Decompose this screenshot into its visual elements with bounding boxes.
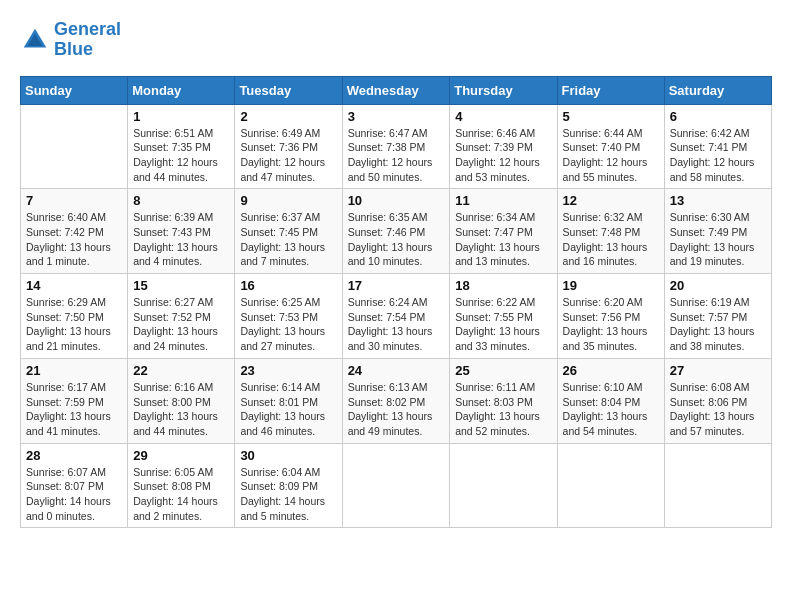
calendar-cell: 20Sunrise: 6:19 AM Sunset: 7:57 PM Dayli… [664,274,771,359]
day-number: 26 [563,363,659,378]
day-info: Sunrise: 6:14 AM Sunset: 8:01 PM Dayligh… [240,380,336,439]
page-header: General Blue [20,20,772,60]
calendar-cell: 6Sunrise: 6:42 AM Sunset: 7:41 PM Daylig… [664,104,771,189]
calendar-cell: 23Sunrise: 6:14 AM Sunset: 8:01 PM Dayli… [235,358,342,443]
logo-icon [20,25,50,55]
calendar-cell: 27Sunrise: 6:08 AM Sunset: 8:06 PM Dayli… [664,358,771,443]
calendar-cell: 22Sunrise: 6:16 AM Sunset: 8:00 PM Dayli… [128,358,235,443]
calendar-cell: 17Sunrise: 6:24 AM Sunset: 7:54 PM Dayli… [342,274,450,359]
day-info: Sunrise: 6:30 AM Sunset: 7:49 PM Dayligh… [670,210,766,269]
column-header-saturday: Saturday [664,76,771,104]
calendar-cell [21,104,128,189]
day-info: Sunrise: 6:42 AM Sunset: 7:41 PM Dayligh… [670,126,766,185]
calendar-week-2: 7Sunrise: 6:40 AM Sunset: 7:42 PM Daylig… [21,189,772,274]
calendar-week-5: 28Sunrise: 6:07 AM Sunset: 8:07 PM Dayli… [21,443,772,528]
day-number: 12 [563,193,659,208]
day-info: Sunrise: 6:46 AM Sunset: 7:39 PM Dayligh… [455,126,551,185]
day-info: Sunrise: 6:34 AM Sunset: 7:47 PM Dayligh… [455,210,551,269]
calendar-cell: 2Sunrise: 6:49 AM Sunset: 7:36 PM Daylig… [235,104,342,189]
day-info: Sunrise: 6:19 AM Sunset: 7:57 PM Dayligh… [670,295,766,354]
calendar-header-row: SundayMondayTuesdayWednesdayThursdayFrid… [21,76,772,104]
day-number: 7 [26,193,122,208]
calendar-week-1: 1Sunrise: 6:51 AM Sunset: 7:35 PM Daylig… [21,104,772,189]
calendar-table: SundayMondayTuesdayWednesdayThursdayFrid… [20,76,772,529]
calendar-cell: 24Sunrise: 6:13 AM Sunset: 8:02 PM Dayli… [342,358,450,443]
day-number: 28 [26,448,122,463]
calendar-cell: 7Sunrise: 6:40 AM Sunset: 7:42 PM Daylig… [21,189,128,274]
calendar-cell: 4Sunrise: 6:46 AM Sunset: 7:39 PM Daylig… [450,104,557,189]
day-info: Sunrise: 6:22 AM Sunset: 7:55 PM Dayligh… [455,295,551,354]
day-number: 14 [26,278,122,293]
calendar-cell: 1Sunrise: 6:51 AM Sunset: 7:35 PM Daylig… [128,104,235,189]
calendar-cell: 18Sunrise: 6:22 AM Sunset: 7:55 PM Dayli… [450,274,557,359]
day-info: Sunrise: 6:29 AM Sunset: 7:50 PM Dayligh… [26,295,122,354]
day-number: 1 [133,109,229,124]
column-header-friday: Friday [557,76,664,104]
day-number: 30 [240,448,336,463]
day-number: 25 [455,363,551,378]
day-number: 8 [133,193,229,208]
day-number: 13 [670,193,766,208]
calendar-cell: 30Sunrise: 6:04 AM Sunset: 8:09 PM Dayli… [235,443,342,528]
calendar-week-4: 21Sunrise: 6:17 AM Sunset: 7:59 PM Dayli… [21,358,772,443]
column-header-monday: Monday [128,76,235,104]
calendar-cell: 12Sunrise: 6:32 AM Sunset: 7:48 PM Dayli… [557,189,664,274]
calendar-cell [557,443,664,528]
day-info: Sunrise: 6:44 AM Sunset: 7:40 PM Dayligh… [563,126,659,185]
day-number: 3 [348,109,445,124]
day-info: Sunrise: 6:51 AM Sunset: 7:35 PM Dayligh… [133,126,229,185]
calendar-cell: 28Sunrise: 6:07 AM Sunset: 8:07 PM Dayli… [21,443,128,528]
day-info: Sunrise: 6:11 AM Sunset: 8:03 PM Dayligh… [455,380,551,439]
day-info: Sunrise: 6:49 AM Sunset: 7:36 PM Dayligh… [240,126,336,185]
day-number: 6 [670,109,766,124]
day-info: Sunrise: 6:37 AM Sunset: 7:45 PM Dayligh… [240,210,336,269]
calendar-cell: 15Sunrise: 6:27 AM Sunset: 7:52 PM Dayli… [128,274,235,359]
day-info: Sunrise: 6:17 AM Sunset: 7:59 PM Dayligh… [26,380,122,439]
day-info: Sunrise: 6:39 AM Sunset: 7:43 PM Dayligh… [133,210,229,269]
day-info: Sunrise: 6:10 AM Sunset: 8:04 PM Dayligh… [563,380,659,439]
day-info: Sunrise: 6:05 AM Sunset: 8:08 PM Dayligh… [133,465,229,524]
day-number: 11 [455,193,551,208]
day-info: Sunrise: 6:08 AM Sunset: 8:06 PM Dayligh… [670,380,766,439]
day-number: 9 [240,193,336,208]
day-info: Sunrise: 6:32 AM Sunset: 7:48 PM Dayligh… [563,210,659,269]
calendar-cell: 25Sunrise: 6:11 AM Sunset: 8:03 PM Dayli… [450,358,557,443]
calendar-cell: 19Sunrise: 6:20 AM Sunset: 7:56 PM Dayli… [557,274,664,359]
day-info: Sunrise: 6:07 AM Sunset: 8:07 PM Dayligh… [26,465,122,524]
logo: General Blue [20,20,121,60]
day-info: Sunrise: 6:13 AM Sunset: 8:02 PM Dayligh… [348,380,445,439]
calendar-cell [664,443,771,528]
day-number: 10 [348,193,445,208]
day-number: 27 [670,363,766,378]
calendar-week-3: 14Sunrise: 6:29 AM Sunset: 7:50 PM Dayli… [21,274,772,359]
calendar-cell: 13Sunrise: 6:30 AM Sunset: 7:49 PM Dayli… [664,189,771,274]
day-number: 19 [563,278,659,293]
day-number: 17 [348,278,445,293]
calendar-cell: 21Sunrise: 6:17 AM Sunset: 7:59 PM Dayli… [21,358,128,443]
day-number: 15 [133,278,229,293]
day-info: Sunrise: 6:35 AM Sunset: 7:46 PM Dayligh… [348,210,445,269]
calendar-cell: 14Sunrise: 6:29 AM Sunset: 7:50 PM Dayli… [21,274,128,359]
calendar-cell: 16Sunrise: 6:25 AM Sunset: 7:53 PM Dayli… [235,274,342,359]
day-info: Sunrise: 6:16 AM Sunset: 8:00 PM Dayligh… [133,380,229,439]
day-number: 2 [240,109,336,124]
day-info: Sunrise: 6:20 AM Sunset: 7:56 PM Dayligh… [563,295,659,354]
day-info: Sunrise: 6:27 AM Sunset: 7:52 PM Dayligh… [133,295,229,354]
calendar-cell: 11Sunrise: 6:34 AM Sunset: 7:47 PM Dayli… [450,189,557,274]
day-info: Sunrise: 6:25 AM Sunset: 7:53 PM Dayligh… [240,295,336,354]
day-number: 18 [455,278,551,293]
day-info: Sunrise: 6:47 AM Sunset: 7:38 PM Dayligh… [348,126,445,185]
calendar-cell [450,443,557,528]
calendar-cell: 3Sunrise: 6:47 AM Sunset: 7:38 PM Daylig… [342,104,450,189]
day-number: 29 [133,448,229,463]
day-number: 24 [348,363,445,378]
calendar-cell: 29Sunrise: 6:05 AM Sunset: 8:08 PM Dayli… [128,443,235,528]
column-header-tuesday: Tuesday [235,76,342,104]
calendar-cell: 10Sunrise: 6:35 AM Sunset: 7:46 PM Dayli… [342,189,450,274]
calendar-cell: 8Sunrise: 6:39 AM Sunset: 7:43 PM Daylig… [128,189,235,274]
calendar-cell [342,443,450,528]
day-info: Sunrise: 6:04 AM Sunset: 8:09 PM Dayligh… [240,465,336,524]
column-header-sunday: Sunday [21,76,128,104]
calendar-cell: 26Sunrise: 6:10 AM Sunset: 8:04 PM Dayli… [557,358,664,443]
day-number: 4 [455,109,551,124]
